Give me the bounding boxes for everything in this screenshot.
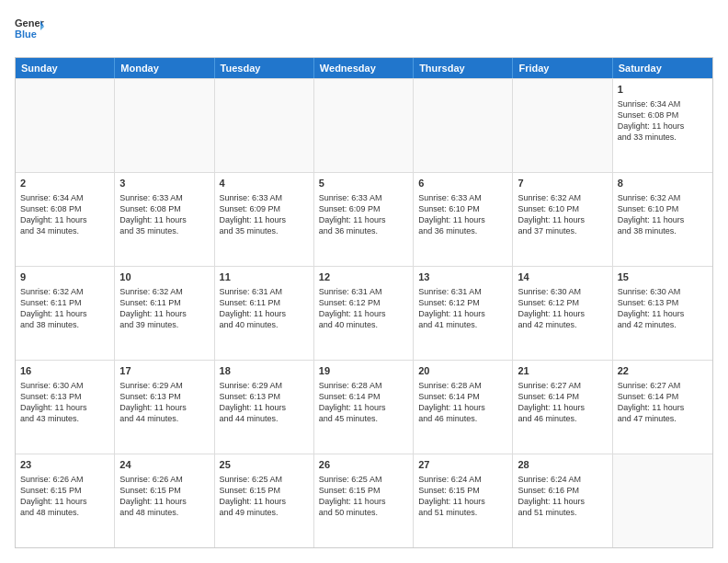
svg-text:General: General xyxy=(15,17,44,29)
calendar-cell: 25Sunrise: 6:25 AM Sunset: 6:15 PM Dayli… xyxy=(215,454,314,547)
calendar-cell: 27Sunrise: 6:24 AM Sunset: 6:15 PM Dayli… xyxy=(414,454,513,547)
day-number: 17 xyxy=(119,364,209,378)
cell-info: Sunrise: 6:30 AM Sunset: 6:13 PM Dayligh… xyxy=(20,380,109,425)
calendar-cell: 2Sunrise: 6:34 AM Sunset: 6:08 PM Daylig… xyxy=(16,173,115,266)
calendar-cell: 4Sunrise: 6:33 AM Sunset: 6:09 PM Daylig… xyxy=(215,173,314,266)
calendar-cell: 24Sunrise: 6:26 AM Sunset: 6:15 PM Dayli… xyxy=(115,454,214,547)
calendar-week: 1Sunrise: 6:34 AM Sunset: 6:08 PM Daylig… xyxy=(16,78,712,172)
calendar-cell: 9Sunrise: 6:32 AM Sunset: 6:11 PM Daylig… xyxy=(16,267,115,360)
day-number: 26 xyxy=(319,458,408,472)
cell-info: Sunrise: 6:31 AM Sunset: 6:11 PM Dayligh… xyxy=(220,286,309,331)
calendar-cell xyxy=(414,79,513,172)
day-number: 8 xyxy=(618,177,708,190)
cell-info: Sunrise: 6:32 AM Sunset: 6:11 PM Dayligh… xyxy=(119,286,209,331)
cell-info: Sunrise: 6:25 AM Sunset: 6:15 PM Dayligh… xyxy=(220,474,309,519)
logo: General Blue xyxy=(15,15,48,48)
calendar-cell xyxy=(215,79,314,172)
calendar-cell: 8Sunrise: 6:32 AM Sunset: 6:10 PM Daylig… xyxy=(613,173,712,266)
calendar-cell xyxy=(513,79,612,172)
day-number: 15 xyxy=(618,270,708,284)
day-number: 28 xyxy=(518,458,607,472)
day-number: 3 xyxy=(119,177,209,190)
weekday-header: Saturday xyxy=(613,58,712,78)
day-number: 25 xyxy=(220,458,309,472)
calendar-cell: 28Sunrise: 6:24 AM Sunset: 6:16 PM Dayli… xyxy=(513,454,612,547)
weekday-header: Monday xyxy=(115,58,214,78)
calendar: SundayMondayTuesdayWednesdayThursdayFrid… xyxy=(15,57,713,548)
calendar-cell: 23Sunrise: 6:26 AM Sunset: 6:15 PM Dayli… xyxy=(16,454,115,547)
day-number: 22 xyxy=(618,364,708,378)
cell-info: Sunrise: 6:33 AM Sunset: 6:09 PM Dayligh… xyxy=(220,192,309,237)
calendar-cell xyxy=(16,79,115,172)
calendar-cell: 7Sunrise: 6:32 AM Sunset: 6:10 PM Daylig… xyxy=(513,173,612,266)
calendar-cell: 11Sunrise: 6:31 AM Sunset: 6:11 PM Dayli… xyxy=(215,267,314,360)
calendar-cell: 5Sunrise: 6:33 AM Sunset: 6:09 PM Daylig… xyxy=(314,173,414,266)
calendar-cell: 15Sunrise: 6:30 AM Sunset: 6:13 PM Dayli… xyxy=(613,267,712,360)
cell-info: Sunrise: 6:25 AM Sunset: 6:15 PM Dayligh… xyxy=(319,474,408,519)
day-number: 20 xyxy=(418,364,507,378)
cell-info: Sunrise: 6:24 AM Sunset: 6:16 PM Dayligh… xyxy=(518,474,607,519)
calendar-week: 16Sunrise: 6:30 AM Sunset: 6:13 PM Dayli… xyxy=(16,360,712,454)
cell-info: Sunrise: 6:30 AM Sunset: 6:12 PM Dayligh… xyxy=(518,286,607,331)
calendar-cell: 22Sunrise: 6:27 AM Sunset: 6:14 PM Dayli… xyxy=(613,361,712,454)
day-number: 5 xyxy=(319,177,408,190)
day-number: 2 xyxy=(20,177,109,190)
cell-info: Sunrise: 6:32 AM Sunset: 6:11 PM Dayligh… xyxy=(20,286,109,331)
calendar-cell: 10Sunrise: 6:32 AM Sunset: 6:11 PM Dayli… xyxy=(115,267,214,360)
calendar-cell: 18Sunrise: 6:29 AM Sunset: 6:13 PM Dayli… xyxy=(215,361,314,454)
weekday-header: Sunday xyxy=(16,58,115,78)
calendar-cell: 17Sunrise: 6:29 AM Sunset: 6:13 PM Dayli… xyxy=(115,361,214,454)
day-number: 21 xyxy=(518,364,607,378)
calendar-cell xyxy=(613,454,712,547)
calendar-body: 1Sunrise: 6:34 AM Sunset: 6:08 PM Daylig… xyxy=(16,78,712,547)
calendar-cell: 13Sunrise: 6:31 AM Sunset: 6:12 PM Dayli… xyxy=(414,267,513,360)
day-number: 1 xyxy=(618,83,708,97)
weekday-header: Wednesday xyxy=(314,58,414,78)
calendar-cell xyxy=(115,79,214,172)
calendar-cell: 3Sunrise: 6:33 AM Sunset: 6:08 PM Daylig… xyxy=(115,173,214,266)
cell-info: Sunrise: 6:26 AM Sunset: 6:15 PM Dayligh… xyxy=(119,474,209,519)
day-number: 19 xyxy=(319,364,408,378)
cell-info: Sunrise: 6:31 AM Sunset: 6:12 PM Dayligh… xyxy=(319,286,408,331)
calendar-cell: 6Sunrise: 6:33 AM Sunset: 6:10 PM Daylig… xyxy=(414,173,513,266)
calendar-cell: 12Sunrise: 6:31 AM Sunset: 6:12 PM Dayli… xyxy=(314,267,414,360)
calendar-cell: 16Sunrise: 6:30 AM Sunset: 6:13 PM Dayli… xyxy=(16,361,115,454)
day-number: 7 xyxy=(518,177,607,190)
day-number: 4 xyxy=(220,177,309,190)
calendar-cell: 1Sunrise: 6:34 AM Sunset: 6:08 PM Daylig… xyxy=(613,79,712,172)
header: General Blue xyxy=(15,15,713,48)
calendar-header: SundayMondayTuesdayWednesdayThursdayFrid… xyxy=(16,58,712,78)
cell-info: Sunrise: 6:32 AM Sunset: 6:10 PM Dayligh… xyxy=(518,192,607,237)
day-number: 11 xyxy=(220,270,309,284)
cell-info: Sunrise: 6:34 AM Sunset: 6:08 PM Dayligh… xyxy=(20,192,109,237)
weekday-header: Thursday xyxy=(414,58,513,78)
day-number: 16 xyxy=(20,364,109,378)
calendar-cell: 19Sunrise: 6:28 AM Sunset: 6:14 PM Dayli… xyxy=(314,361,414,454)
cell-info: Sunrise: 6:33 AM Sunset: 6:09 PM Dayligh… xyxy=(319,192,408,237)
cell-info: Sunrise: 6:28 AM Sunset: 6:14 PM Dayligh… xyxy=(319,380,408,425)
day-number: 24 xyxy=(119,458,209,472)
day-number: 6 xyxy=(418,177,507,190)
weekday-header: Friday xyxy=(513,58,612,78)
calendar-week: 2Sunrise: 6:34 AM Sunset: 6:08 PM Daylig… xyxy=(16,172,712,266)
day-number: 14 xyxy=(518,270,607,284)
day-number: 23 xyxy=(20,458,109,472)
logo-bird-icon: General Blue xyxy=(15,15,44,44)
calendar-cell: 26Sunrise: 6:25 AM Sunset: 6:15 PM Dayli… xyxy=(314,454,414,547)
calendar-week: 9Sunrise: 6:32 AM Sunset: 6:11 PM Daylig… xyxy=(16,266,712,360)
day-number: 27 xyxy=(418,458,507,472)
day-number: 9 xyxy=(20,270,109,284)
calendar-cell: 20Sunrise: 6:28 AM Sunset: 6:14 PM Dayli… xyxy=(414,361,513,454)
cell-info: Sunrise: 6:27 AM Sunset: 6:14 PM Dayligh… xyxy=(518,380,607,425)
cell-info: Sunrise: 6:29 AM Sunset: 6:13 PM Dayligh… xyxy=(119,380,209,425)
cell-info: Sunrise: 6:33 AM Sunset: 6:10 PM Dayligh… xyxy=(418,192,507,237)
calendar-cell: 14Sunrise: 6:30 AM Sunset: 6:12 PM Dayli… xyxy=(513,267,612,360)
day-number: 13 xyxy=(418,270,507,284)
calendar-week: 23Sunrise: 6:26 AM Sunset: 6:15 PM Dayli… xyxy=(16,454,712,547)
day-number: 10 xyxy=(119,270,209,284)
svg-text:Blue: Blue xyxy=(15,29,37,40)
weekday-header: Tuesday xyxy=(215,58,314,78)
cell-info: Sunrise: 6:30 AM Sunset: 6:13 PM Dayligh… xyxy=(618,286,708,331)
cell-info: Sunrise: 6:24 AM Sunset: 6:15 PM Dayligh… xyxy=(418,474,507,519)
calendar-cell xyxy=(314,79,414,172)
